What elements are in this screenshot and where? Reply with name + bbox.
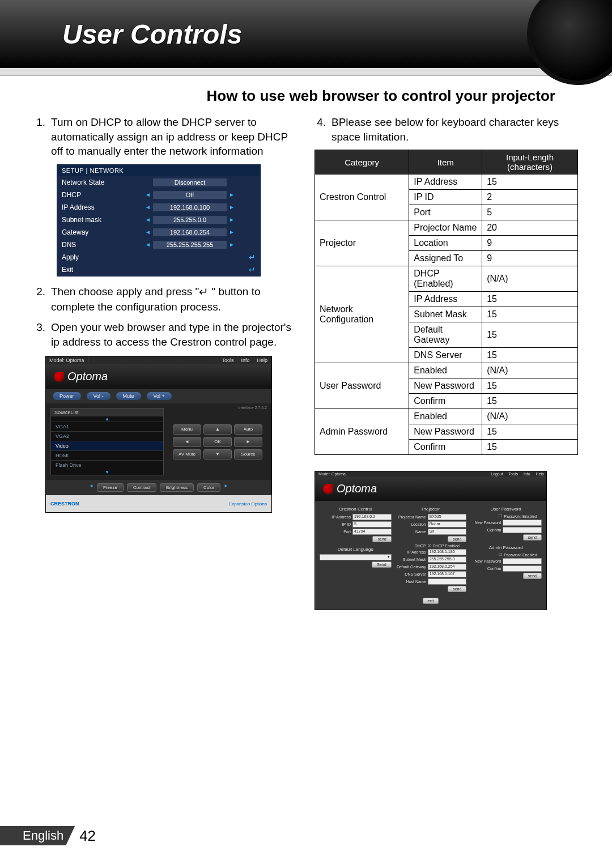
page-title: User Controls bbox=[62, 19, 242, 50]
source-list: SourceList ▲ VGA1 VGA2 Video HDMI Flash … bbox=[50, 408, 164, 475]
content-area: How to use web browser to control your p… bbox=[0, 76, 612, 610]
exit-button[interactable]: exit bbox=[423, 598, 439, 604]
page-footer: English 42 bbox=[0, 826, 96, 845]
power-button[interactable]: Power bbox=[53, 392, 81, 400]
expansion-options-link[interactable]: Expansion Options bbox=[229, 501, 267, 507]
input-field[interactable] bbox=[503, 527, 542, 533]
mute-button[interactable]: Mute bbox=[116, 392, 141, 400]
source-vga2[interactable]: VGA2 bbox=[51, 431, 163, 441]
input-field[interactable]: 192.168.1.180 bbox=[428, 549, 467, 555]
input-field[interactable]: 5 bbox=[352, 521, 392, 527]
send-button[interactable]: send bbox=[523, 534, 542, 541]
osd-row: DHCP◄Off► bbox=[57, 189, 260, 201]
osd-row: IP Address◄192.168.0.100► bbox=[57, 201, 260, 214]
auto-button[interactable]: Auto bbox=[234, 424, 262, 435]
input-field[interactable]: 41794 bbox=[352, 529, 392, 535]
osd-row: Subnet mask◄255.255.0.0► bbox=[57, 214, 260, 226]
input-field[interactable]: Sir bbox=[428, 529, 467, 535]
up-button[interactable]: ▲ bbox=[203, 424, 232, 435]
dpad: Menu ▲ Auto ◄ OK ► AV Mute ▼ Source bbox=[168, 408, 267, 475]
input-field[interactable]: EX525 bbox=[428, 514, 467, 520]
projector-col: Projector Projector NameEX525LocationRoo… bbox=[395, 507, 467, 593]
sub-band bbox=[0, 68, 612, 76]
input-field[interactable]: Room bbox=[428, 521, 467, 527]
tools-brand: Optoma bbox=[315, 476, 546, 501]
input-field[interactable]: 192.168.0.254 bbox=[428, 564, 467, 570]
interface-label: Interface 2.7.4.2 bbox=[238, 406, 267, 410]
down-button[interactable]: ▼ bbox=[203, 449, 232, 459]
next-icon[interactable]: ► bbox=[224, 483, 228, 492]
left-column: 1. Turn on DHCP to allow the DHCP server… bbox=[34, 115, 298, 610]
help-tab[interactable]: Help bbox=[536, 472, 544, 476]
logout-tab[interactable]: Logout bbox=[491, 472, 503, 476]
left-button[interactable]: ◄ bbox=[173, 437, 201, 447]
input-field[interactable]: 255.255.255.0 bbox=[428, 556, 467, 563]
color-button[interactable]: Color bbox=[197, 483, 220, 492]
step-2: 2. Then choose apply and press "↵ " butt… bbox=[34, 284, 298, 314]
input-field[interactable]: 192.168.1.167 bbox=[428, 571, 467, 577]
brand-bar: Optoma bbox=[46, 364, 271, 389]
source-button[interactable]: Source bbox=[234, 449, 262, 459]
source-hdmi[interactable]: HDMI bbox=[51, 450, 163, 460]
tools-tab[interactable]: Tools bbox=[509, 472, 518, 476]
table-row: Crestron ControlIP Address15 bbox=[315, 175, 578, 190]
header-band: User Controls bbox=[0, 0, 612, 68]
input-field[interactable] bbox=[503, 558, 542, 564]
vol-up-button[interactable]: Vol + bbox=[147, 392, 172, 400]
tools-screenshot: Model: Optoma Logout Tools Info Help Opt… bbox=[314, 471, 547, 610]
col-item: Item bbox=[409, 150, 482, 175]
input-length-table: Category Item Input-Length (characters) … bbox=[314, 150, 578, 455]
password-col: User Password ☐ Password Enabled New Pas… bbox=[470, 507, 542, 593]
crestron-control-col: Crestron Control IP Address192.168.0.2IP… bbox=[320, 507, 392, 593]
enter-icon: ↵ bbox=[199, 284, 209, 300]
tab-tools[interactable]: Tools bbox=[218, 356, 237, 364]
osd-network-menu: SETUP | NETWORK Network StateDisconnectD… bbox=[57, 164, 261, 276]
send-button[interactable]: send bbox=[372, 536, 391, 542]
top-button-row: Power Vol - Mute Vol + bbox=[46, 389, 271, 403]
crestron-control-screenshot: Model: Optoma Tools Info Help Optoma Pow… bbox=[45, 356, 272, 513]
osd-row: Gateway◄192.168.0.254► bbox=[57, 226, 260, 239]
table-row: ProjectorProjector Name20 bbox=[315, 220, 578, 236]
step-3: 3. Open your web browser and type in the… bbox=[34, 320, 298, 349]
source-flashdrive[interactable]: Flash Drive bbox=[51, 460, 163, 470]
table-row: Admin PasswordEnabled(N/A) bbox=[315, 409, 578, 424]
tab-help[interactable]: Help bbox=[253, 356, 271, 364]
tools-model-label: Model: Optoma bbox=[318, 472, 346, 476]
source-video[interactable]: Video bbox=[51, 441, 163, 450]
crestron-footer: CRESTRON Expansion Options bbox=[46, 495, 271, 512]
osd-row: Exit↵ bbox=[57, 263, 260, 276]
prev-icon[interactable]: ◄ bbox=[89, 483, 94, 492]
col-length: Input-Length (characters) bbox=[482, 150, 578, 175]
brightness-button[interactable]: Brightness bbox=[160, 483, 194, 492]
osd-header: SETUP | NETWORK bbox=[57, 165, 260, 176]
input-field[interactable] bbox=[503, 520, 542, 526]
optoma-logo-icon bbox=[323, 484, 333, 494]
freeze-button[interactable]: Freeze bbox=[97, 483, 124, 492]
step-4: 4. BPlease see below for keyboard charac… bbox=[314, 115, 578, 144]
vol-down-button[interactable]: Vol - bbox=[87, 392, 110, 400]
table-row: Network ConfigurationDHCP (Enabled)(N/A) bbox=[315, 266, 578, 292]
crestron-logo: CRESTRON bbox=[50, 501, 79, 507]
avmute-button[interactable]: AV Mute bbox=[173, 449, 201, 459]
send-button[interactable]: send bbox=[448, 586, 466, 592]
table-row: User PasswordEnabled(N/A) bbox=[315, 363, 578, 378]
source-vga1[interactable]: VGA1 bbox=[51, 422, 163, 431]
contrast-button[interactable]: Contrast bbox=[127, 483, 156, 492]
step-1: 1. Turn on DHCP to allow the DHCP server… bbox=[34, 115, 298, 159]
bottom-button-row: ◄ Freeze Contrast Brightness Color ► bbox=[46, 480, 271, 495]
right-button[interactable]: ► bbox=[234, 437, 262, 447]
osd-row: Network StateDisconnect bbox=[57, 176, 260, 189]
tab-info[interactable]: Info bbox=[237, 356, 253, 364]
send-button[interactable]: Send bbox=[372, 561, 391, 568]
input-field[interactable]: 192.168.0.2 bbox=[352, 514, 392, 520]
language-select[interactable]: ▾ bbox=[320, 554, 392, 560]
right-column: 4. BPlease see below for keyboard charac… bbox=[314, 115, 578, 610]
input-field[interactable] bbox=[503, 565, 542, 572]
input-field[interactable] bbox=[428, 578, 467, 585]
osd-row: Apply↵ bbox=[57, 251, 260, 263]
send-button[interactable]: send bbox=[523, 573, 542, 579]
ok-button[interactable]: OK bbox=[203, 437, 232, 447]
info-tab[interactable]: Info bbox=[524, 472, 530, 476]
send-button[interactable]: send bbox=[448, 536, 466, 542]
menu-button[interactable]: Menu bbox=[173, 424, 201, 435]
